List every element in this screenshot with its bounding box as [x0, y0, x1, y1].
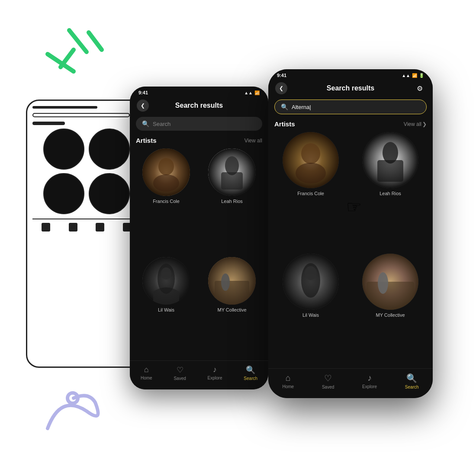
search-bar-front[interactable]: 🔍 Alterna|	[274, 100, 427, 114]
wifi-front: 📶	[412, 73, 417, 78]
view-all-front[interactable]: View all ❯	[404, 121, 427, 127]
artist-name-lil-mid: Lil Wais	[158, 307, 174, 312]
svg-point-19	[296, 163, 326, 183]
back-button-mid[interactable]: ❮	[137, 100, 149, 112]
nav-saved-mid[interactable]: ♡ Saved	[174, 365, 186, 381]
screen-title-mid: Search results	[149, 102, 249, 109]
screen-header-front: ❮ Search results ⚙	[268, 80, 433, 98]
artist-item-my-front[interactable]: MY Collective	[354, 254, 427, 368]
phone-mid: 9:41 ▲▲ 📶 ❮ Search results 🔍 Search Arti…	[130, 87, 268, 389]
nav-search-front[interactable]: 🔍 Search	[405, 373, 419, 389]
nav-home-front[interactable]: ⌂ Home	[282, 373, 294, 389]
explore-icon-mid: ♪	[213, 365, 217, 374]
artists-title-mid: Artists	[136, 137, 157, 144]
nav-home-label-mid: Home	[141, 376, 152, 380]
artist-item-francis-front[interactable]: Francis Cole	[274, 132, 347, 247]
artist-name-leah-mid: Leah Rios	[221, 199, 243, 204]
green-lines-decoration	[26, 26, 113, 82]
artist-item-leah-mid[interactable]: Leah Rios	[202, 148, 262, 252]
nav-search-mid[interactable]: 🔍 Search	[244, 365, 257, 381]
nav-saved-label-mid: Saved	[174, 376, 186, 381]
artist-name-leah-front: Leah Rios	[380, 191, 401, 196]
svg-point-7	[153, 174, 179, 192]
search-icon-nav-front: 🔍	[406, 373, 417, 383]
nav-search-label-front: Search	[405, 385, 419, 389]
search-icon-front: 🔍	[281, 103, 288, 110]
nav-explore-mid[interactable]: ♪ Explore	[208, 365, 222, 381]
nav-home-label-front: Home	[282, 384, 294, 389]
artists-section-header-mid: Artists View all	[130, 135, 268, 148]
gear-button-front[interactable]: ⚙	[414, 82, 426, 94]
svg-line-1	[89, 32, 102, 50]
screen-title-front: Search results	[287, 84, 414, 92]
wireframe-phone	[26, 100, 147, 368]
svg-point-25	[301, 263, 320, 298]
artist-item-lil-mid[interactable]: Lil Wais	[136, 257, 196, 360]
svg-rect-22	[377, 160, 403, 182]
nav-search-label-mid: Search	[244, 376, 257, 381]
back-button-front[interactable]: ❮	[275, 82, 287, 94]
artist-item-leah-front[interactable]: Leah Rios	[354, 132, 427, 247]
svg-point-28	[378, 272, 388, 294]
status-bar-front: 9:41 ▲▲ 📶 🔋	[268, 69, 433, 80]
artist-item-francis-mid[interactable]: Francis Cole	[136, 148, 196, 252]
search-placeholder-mid: Search	[153, 121, 170, 127]
svg-rect-10	[221, 172, 243, 190]
signal-mid: ▲▲	[244, 90, 253, 95]
artist-name-francis-mid: Francis Cole	[153, 199, 180, 204]
search-input-value-front[interactable]: Alterna|	[292, 104, 311, 110]
time-mid: 9:41	[138, 90, 148, 95]
purple-swirl-decoration	[35, 385, 121, 441]
nav-home-mid[interactable]: ⌂ Home	[141, 365, 152, 381]
home-icon-mid: ⌂	[144, 365, 149, 374]
search-icon-mid: 🔍	[142, 120, 149, 127]
nav-explore-label-mid: Explore	[208, 376, 222, 380]
bottom-nav-front: ⌂ Home ♡ Saved ♪ Explore 🔍 Search	[268, 368, 433, 398]
artist-item-lil-front[interactable]: Lil Wais	[274, 254, 347, 368]
view-all-arrow-front: ❯	[422, 121, 427, 127]
search-bar-mid[interactable]: 🔍 Search	[136, 117, 262, 131]
bottom-nav-mid: ⌂ Home ♡ Saved ♪ Explore 🔍 Search	[130, 360, 268, 389]
status-icons-mid: ▲▲ 📶	[244, 90, 260, 95]
svg-point-18	[301, 143, 320, 164]
svg-point-6	[158, 158, 174, 175]
time-front: 9:41	[277, 73, 286, 78]
signal-front: ▲▲	[402, 73, 410, 78]
svg-point-13	[158, 264, 175, 294]
artist-name-my-mid: MY Collective	[217, 307, 246, 312]
status-icons-front: ▲▲ 📶 🔋	[402, 73, 424, 78]
view-all-mid[interactable]: View all	[244, 138, 262, 144]
nav-explore-label-front: Explore	[362, 384, 377, 389]
home-icon-front: ⌂	[286, 373, 291, 383]
svg-point-16	[221, 273, 230, 291]
nav-saved-label-front: Saved	[322, 385, 334, 389]
artist-item-my-mid[interactable]: MY Collective	[202, 257, 262, 360]
artist-name-francis-front: Francis Cole	[297, 191, 324, 196]
saved-icon-mid: ♡	[177, 365, 183, 375]
nav-saved-front[interactable]: ♡ Saved	[322, 373, 334, 389]
nav-explore-front[interactable]: ♪ Explore	[362, 373, 377, 389]
saved-icon-front: ♡	[324, 373, 332, 383]
wifi-mid: 📶	[254, 90, 260, 95]
artist-name-lil-front: Lil Wais	[302, 312, 319, 318]
artists-grid-mid: Francis Cole	[130, 148, 268, 360]
artists-title-front: Artists	[274, 120, 295, 128]
battery-front: 🔋	[419, 73, 424, 78]
artist-name-my-front: MY Collective	[376, 312, 405, 318]
svg-rect-27	[367, 282, 414, 310]
svg-rect-15	[215, 281, 249, 305]
phone-front: 9:41 ▲▲ 📶 🔋 ❮ Search results ⚙ 🔍 Alterna…	[268, 69, 433, 398]
artists-section-header-front: Artists View all ❯	[268, 119, 433, 132]
status-bar-mid: 9:41 ▲▲ 📶	[130, 87, 268, 97]
screen-header-mid: ❮ Search results	[130, 97, 268, 115]
search-icon-nav-mid: 🔍	[246, 365, 255, 375]
artists-grid-front: Francis Cole	[268, 132, 433, 368]
explore-icon-front: ♪	[367, 373, 372, 383]
